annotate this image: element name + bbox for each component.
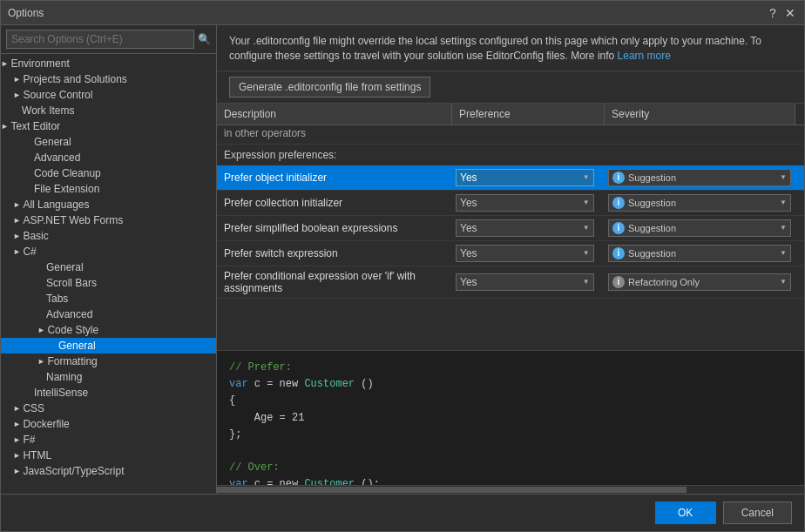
tree-item-code-cleanup[interactable]: Code Cleanup: [1, 165, 216, 181]
preference-dropdown-prefer-switch-expression[interactable]: Yes▼: [456, 245, 594, 262]
tree-item-csharp-codestyle[interactable]: ► Code Style: [1, 322, 216, 338]
tree-item-environment[interactable]: ► Environment: [1, 56, 216, 71]
tree-arrow-code-cleanup: [25, 167, 34, 179]
cell-severity-prefer-conditional-expression: i Refactoring Only ▼: [605, 270, 804, 294]
cancel-button[interactable]: Cancel: [723, 502, 792, 524]
tree-arrow-fsharp: ►: [13, 435, 23, 444]
code-line-6: [229, 443, 792, 460]
tree-item-dockerfile[interactable]: ► Dockerfile: [1, 416, 216, 432]
cell-preference-prefer-collection-initializer: Yes▼: [452, 191, 605, 215]
tree-item-projects-solutions[interactable]: ► Projects and Solutions: [1, 71, 216, 87]
tree-arrow-dockerfile: ►: [13, 420, 23, 428]
tree-item-csharp-codestyle-general[interactable]: General: [1, 338, 216, 354]
search-icon[interactable]: 🔍: [198, 33, 211, 45]
header-severity: Severity: [605, 104, 795, 125]
scrollbar-filler: [795, 104, 804, 125]
tree-label-basic: Basic: [23, 230, 48, 242]
tree-item-general[interactable]: General: [1, 134, 216, 150]
preference-dropdown-prefer-conditional-expression[interactable]: Yes▼: [456, 273, 594, 291]
tree-label-general: General: [34, 136, 71, 148]
code-line-7: // Over:: [229, 460, 792, 476]
tree-item-source-control[interactable]: ► Source Control: [1, 87, 216, 103]
tree-item-all-languages[interactable]: ► All Languages: [1, 197, 216, 212]
table-row-prefer-simplified-boolean[interactable]: Prefer simplified boolean expressionsYes…: [217, 216, 804, 241]
severity-dropdown-prefer-simplified-boolean[interactable]: i Suggestion ▼: [608, 219, 791, 237]
cell-description-prefer-object-initializer: Prefer object initializer: [217, 168, 452, 187]
tree-item-css[interactable]: ► CSS: [1, 401, 216, 416]
header-description: Description: [217, 104, 452, 125]
close-button[interactable]: ✕: [783, 6, 797, 20]
tree-item-file-extension[interactable]: File Extension: [1, 181, 216, 197]
dialog-footer: OK Cancel: [1, 494, 804, 531]
severity-dropdown-prefer-switch-expression[interactable]: i Suggestion ▼: [608, 245, 791, 262]
search-input[interactable]: [6, 30, 194, 49]
section-label: Expression preferences:: [217, 145, 804, 165]
tree-item-javascript-typescript[interactable]: ► JavaScript/TypeScript: [1, 463, 216, 479]
cell-preference-prefer-object-initializer: Yes▼: [452, 165, 605, 190]
tree-arrow-html: ►: [13, 451, 23, 460]
preference-dropdown-prefer-collection-initializer[interactable]: Yes▼: [456, 194, 594, 212]
severity-dropdown-prefer-collection-initializer[interactable]: i Suggestion ▼: [608, 194, 791, 212]
tree-label-all-languages: All Languages: [23, 199, 89, 211]
code-scrollbar[interactable]: [217, 485, 804, 494]
tree-label-csharp-intellisense: IntelliSense: [34, 387, 88, 399]
left-panel: 🔍 ► Environment► Projects and Solutions►…: [1, 25, 217, 494]
help-button[interactable]: ?: [766, 6, 780, 20]
table-row-prefer-switch-expression[interactable]: Prefer switch expressionYes▼ i Suggestio…: [217, 241, 804, 266]
severity-dropdown-prefer-object-initializer[interactable]: i Suggestion ▼: [608, 169, 791, 186]
tree-label-text-editor: Text Editor: [10, 120, 60, 132]
tree-arrow-projects-solutions: ►: [13, 75, 23, 84]
tree-label-work-items: Work Items: [22, 104, 74, 117]
tree-item-fsharp[interactable]: ► F#: [1, 432, 216, 448]
tree-item-csharp-advanced[interactable]: Advanced: [1, 306, 216, 322]
cell-description-prefer-simplified-boolean: Prefer simplified boolean expressions: [217, 219, 452, 238]
code-line-8: var c = new Customer ();: [229, 476, 792, 485]
tree-label-source-control: Source Control: [23, 89, 92, 101]
tree-arrow-csharp-formatting: ►: [37, 357, 47, 366]
tree-item-advanced[interactable]: Advanced: [1, 150, 216, 165]
tree-arrow-basic: ►: [13, 232, 23, 240]
preference-dropdown-prefer-object-initializer[interactable]: Yes▼: [456, 169, 594, 186]
tree-item-csharp-intellisense[interactable]: IntelliSense: [1, 385, 216, 401]
tree-item-aspnet-web-forms[interactable]: ► ASP.NET Web Forms: [1, 212, 216, 228]
tree-item-csharp-naming[interactable]: Naming: [1, 369, 216, 385]
tree-item-text-editor[interactable]: ► Text Editor: [1, 118, 216, 134]
tree-item-basic[interactable]: ► Basic: [1, 228, 216, 244]
right-panel: Your .editorconfig file might override t…: [217, 25, 804, 494]
cell-description-prefer-collection-initializer: Prefer collection initializer: [217, 193, 452, 212]
tree-label-csharp-formatting: Formatting: [47, 355, 97, 367]
tree-label-fsharp: F#: [23, 434, 35, 446]
code-line-4: Age = 21: [229, 410, 792, 427]
tree-label-csharp: C#: [23, 246, 36, 258]
code-preview: // Prefer: var c = new Customer () { Age…: [217, 350, 804, 485]
tree-arrow-csharp: ►: [13, 247, 23, 256]
tree-label-csharp-advanced: Advanced: [46, 308, 92, 320]
tree-item-html[interactable]: ► HTML: [1, 448, 216, 463]
tree-item-csharp-general[interactable]: General: [1, 259, 216, 275]
info-banner: Your .editorconfig file might override t…: [217, 25, 804, 71]
tree-item-work-items[interactable]: Work Items: [1, 103, 216, 118]
tree-item-csharp-scrollbars[interactable]: Scroll Bars: [1, 275, 216, 291]
tree-item-csharp[interactable]: ► C#: [1, 244, 216, 259]
learn-more-link[interactable]: Learn more: [618, 50, 671, 62]
generate-editorconfig-button[interactable]: Generate .editorconfig file from setting…: [229, 77, 430, 98]
tree-arrow-csharp-scrollbars: [37, 277, 46, 289]
tree-label-csharp-scrollbars: Scroll Bars: [46, 277, 97, 289]
tree-item-csharp-tabs[interactable]: Tabs: [1, 291, 216, 306]
table-row-prefer-object-initializer[interactable]: Prefer object initializerYes▼ i Suggesti…: [217, 165, 804, 191]
tree-label-code-cleanup: Code Cleanup: [34, 167, 101, 179]
ok-button[interactable]: OK: [655, 502, 716, 524]
tree-arrow-csharp-codestyle: ►: [37, 326, 47, 334]
title-bar-controls: ? ✕: [766, 6, 797, 20]
table-row-prefer-conditional-expression[interactable]: Prefer conditional expression over 'if' …: [217, 266, 804, 299]
tree-label-aspnet-web-forms: ASP.NET Web Forms: [23, 214, 123, 226]
severity-dropdown-prefer-conditional-expression[interactable]: i Refactoring Only ▼: [608, 273, 791, 291]
header-preference: Preference: [452, 104, 605, 125]
table-row-prefer-collection-initializer[interactable]: Prefer collection initializerYes▼ i Sugg…: [217, 191, 804, 216]
tree-arrow-csharp-naming: [37, 371, 46, 383]
tree-item-csharp-formatting[interactable]: ► Formatting: [1, 354, 216, 369]
options-dialog: Options ? ✕ 🔍 ► Environment► Projects an…: [0, 0, 805, 532]
tree-label-dockerfile: Dockerfile: [23, 418, 69, 430]
code-line-5: };: [229, 427, 792, 443]
preference-dropdown-prefer-simplified-boolean[interactable]: Yes▼: [456, 219, 594, 237]
